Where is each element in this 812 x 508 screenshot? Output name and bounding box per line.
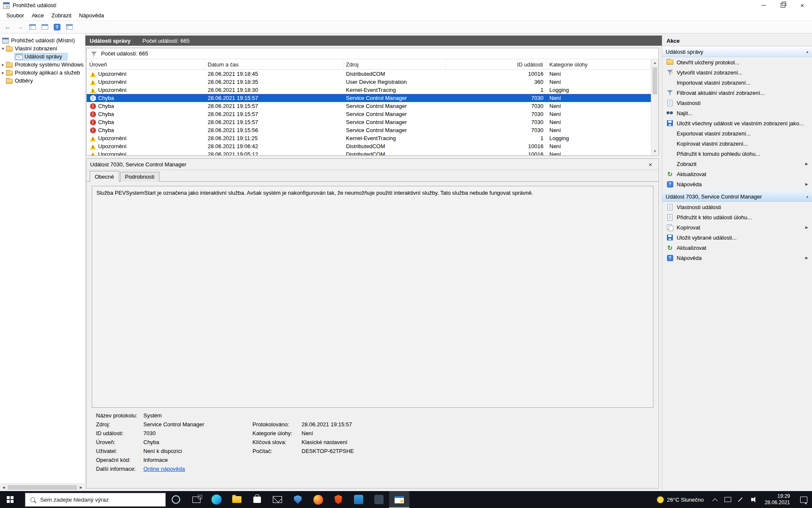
taskbar-brave[interactable] — [328, 491, 348, 508]
scroll-down-icon[interactable]: ▼ — [651, 148, 658, 155]
taskbar-pinned-app-1[interactable] — [348, 491, 369, 508]
forward-button[interactable]: → — [14, 22, 26, 32]
menu-file[interactable]: Soubor — [3, 11, 28, 19]
close-button[interactable]: × — [793, 0, 812, 11]
action-save-all-events-as[interactable]: Uložit všechny události ve vlastním zobr… — [662, 118, 812, 128]
action-export-custom-view[interactable]: Exportovat vlastní zobrazení... — [662, 128, 812, 138]
expander-collapsed-icon[interactable]: ▸ — [0, 62, 6, 67]
taskbar-event-viewer-active[interactable] — [389, 491, 409, 508]
scroll-left-icon[interactable]: ◀ — [0, 484, 7, 491]
tree-item-app-logs[interactable]: ▸ Protokoly aplikací a služeb — [0, 69, 85, 77]
scroll-right-icon[interactable]: ▶ — [77, 484, 85, 491]
tree-item-admin-events[interactable]: Události správy — [0, 52, 85, 61]
task-view-button[interactable] — [186, 491, 206, 508]
scrollbar-thumb[interactable] — [653, 67, 657, 94]
taskbar-mail[interactable] — [267, 491, 288, 508]
event-row-selected[interactable]: Chyba 28.06.2021 19:15:57 Service Contro… — [87, 94, 651, 102]
taskbar-file-explorer[interactable] — [227, 491, 247, 508]
view-header: Události správy Počet událostí: 665 — [85, 36, 662, 46]
restore-button[interactable] — [773, 0, 793, 11]
menu-action[interactable]: Akce — [28, 11, 48, 19]
menu-help[interactable]: Nápověda — [75, 11, 108, 19]
action-center-button[interactable] — [795, 491, 812, 508]
column-header-task-category[interactable]: Kategorie úlohy — [547, 59, 651, 69]
events-vertical-scrollbar[interactable]: ▲ ▼ — [651, 59, 658, 155]
event-row[interactable]: Chyba 28.06.2021 19:15:57 Service Contro… — [87, 110, 651, 118]
field-source-label: Zdroj: — [96, 421, 143, 428]
action-properties[interactable]: Vlastnosti — [662, 98, 812, 108]
tab-details[interactable]: Podrobnosti — [120, 172, 159, 182]
tree-item-root[interactable]: Prohlížeč událostí (Místní) — [0, 36, 85, 44]
actions-section-view-header[interactable]: Události správy ▲ — [662, 46, 812, 57]
event-row[interactable]: Chyba 28.06.2021 19:15:56 Service Contro… — [87, 126, 651, 134]
column-header-event-id[interactable]: ID události — [446, 59, 547, 69]
collapse-section-icon[interactable]: ▲ — [806, 195, 809, 199]
back-button[interactable]: ← — [2, 22, 14, 32]
scroll-up-icon[interactable]: ▲ — [651, 59, 658, 66]
event-row[interactable]: Upozornění 28.06.2021 19:18:35 User Devi… — [87, 78, 651, 86]
action-find[interactable]: Najít... — [662, 108, 812, 118]
tree-item-windows-logs[interactable]: ▸ Protokoly systému Windows — [0, 61, 85, 69]
show-console-tree-button[interactable] — [27, 22, 38, 32]
tree-horizontal-scrollbar[interactable]: ◀ ▶ — [0, 483, 85, 491]
export-list-button[interactable] — [39, 22, 50, 32]
weather-widget[interactable]: 26°C Slunečno — [652, 497, 709, 503]
taskbar-clock[interactable]: 19:29 28.06.2021 — [760, 493, 795, 506]
taskbar-firefox[interactable] — [308, 491, 328, 508]
field-opcode-value: Informace — [143, 456, 252, 464]
scrollbar-thumb[interactable] — [8, 485, 77, 490]
event-row[interactable]: Upozornění 28.06.2021 19:18:45 Distribut… — [87, 70, 651, 78]
taskbar-security[interactable] — [288, 491, 308, 508]
action-copy-custom-view[interactable]: Kopírovat vlastní zobrazení... — [662, 138, 812, 149]
taskbar-pinned-app-2[interactable] — [369, 491, 389, 508]
action-filter-current-view[interactable]: Filtrovat aktuální vlastní zobrazení... — [662, 88, 812, 98]
help-toolbar-button[interactable]: ? — [51, 22, 63, 32]
detail-close-icon[interactable]: × — [646, 161, 655, 168]
column-header-level[interactable]: Úroveň — [87, 59, 205, 69]
event-row[interactable]: Upozornění 28.06.2021 19:11:25 Kernel-Ev… — [87, 134, 651, 142]
start-button[interactable] — [0, 491, 20, 508]
action-create-custom-view[interactable]: Vytvořit vlastní zobrazení... — [662, 67, 812, 77]
volume-tray-button[interactable] — [747, 491, 760, 508]
online-help-link[interactable]: Online nápověda — [143, 466, 185, 472]
search-input[interactable] — [39, 496, 159, 503]
event-row[interactable]: Chyba 28.06.2021 19:15:57 Service Contro… — [87, 102, 651, 110]
action-refresh[interactable]: ↻ Aktualizovat — [662, 169, 812, 179]
pen-tray-button[interactable] — [734, 491, 747, 508]
minimize-button[interactable] — [754, 0, 773, 11]
action-view-menu[interactable]: Zobrazit ▶ — [662, 159, 812, 169]
tab-general[interactable]: Obecné — [90, 171, 119, 182]
event-row[interactable]: Chyba 28.06.2021 19:15:57 Service Contro… — [87, 118, 651, 126]
taskbar-edge[interactable] — [206, 491, 227, 508]
menu-view[interactable]: Zobrazit — [48, 11, 75, 19]
column-header-datetime[interactable]: Datum a čas — [205, 59, 343, 69]
taskbar-search[interactable] — [25, 493, 166, 507]
action-save-selected-events[interactable]: Uložit vybrané události... — [662, 232, 812, 243]
event-row[interactable]: Upozornění 28.06.2021 19:05:12 Distribut… — [87, 150, 651, 155]
expander-expanded-icon[interactable]: ▾ — [0, 46, 6, 51]
action-refresh-event[interactable]: ↻ Aktualizovat — [662, 243, 812, 253]
tree-item-custom-views[interactable]: ▾ Vlastní zobrazení — [0, 44, 85, 52]
action-copy-event[interactable]: Kopírovat ▶ — [662, 222, 812, 232]
titlebar: Prohlížeč událostí × — [0, 0, 812, 11]
tree-subscriptions-label: Odběry — [15, 77, 33, 84]
cortana-button[interactable] — [166, 491, 186, 508]
action-import-custom-view[interactable]: Importovat vlastní zobrazení... — [662, 77, 812, 88]
collapse-section-icon[interactable]: ▲ — [806, 50, 809, 54]
column-header-source[interactable]: Zdroj — [343, 59, 446, 69]
action-help-event[interactable]: ? Nápověda ▶ — [662, 253, 812, 263]
action-help[interactable]: ? Nápověda ▶ — [662, 179, 812, 189]
action-open-saved-log[interactable]: Otevřít uložený protokol... — [662, 57, 812, 67]
show-hidden-icons-button[interactable] — [709, 491, 721, 508]
event-row[interactable]: Upozornění 28.06.2021 19:06:42 Distribut… — [87, 142, 651, 150]
action-attach-task-to-view[interactable]: Přidružit k tomuto pohledu úlohu... — [662, 149, 812, 159]
display-tray-button[interactable] — [721, 491, 734, 508]
event-row[interactable]: Upozornění 28.06.2021 19:18:30 Kernel-Ev… — [87, 86, 651, 94]
action-pane-toggle-button[interactable] — [63, 22, 75, 32]
tree-item-subscriptions[interactable]: Odběry — [0, 77, 85, 85]
taskbar-store[interactable] — [247, 491, 267, 508]
action-attach-task-to-event[interactable]: Přidružit k této události úlohu... — [662, 212, 812, 222]
actions-section-event-header[interactable]: Událost 7030, Service Control Manager ▲ — [662, 191, 812, 202]
expander-collapsed-icon[interactable]: ▸ — [0, 70, 6, 75]
action-event-properties[interactable]: Vlastnosti události — [662, 202, 812, 212]
